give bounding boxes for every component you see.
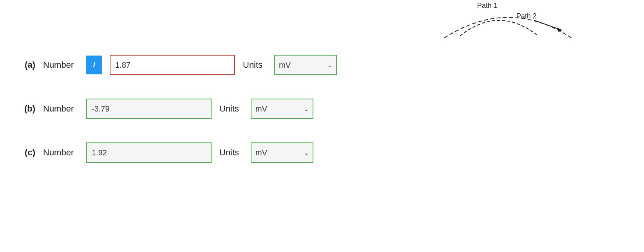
units-wrapper-a: mV V µV kV ⌄ bbox=[274, 55, 337, 75]
row-c-label: (c) bbox=[16, 148, 35, 158]
diagram-area: Path 1 Path 2 bbox=[370, 0, 644, 43]
info-icon-a: i bbox=[93, 61, 95, 69]
units-select-b[interactable]: mV V µV kV bbox=[251, 99, 313, 119]
units-label-c: Units bbox=[219, 148, 243, 158]
row-b-field-label: Number bbox=[43, 104, 78, 114]
path2-label: Path 2 bbox=[516, 12, 537, 20]
form-container: (a) Number i Units mV V µV kV ⌄ (b) Numb… bbox=[16, 55, 337, 163]
row-b-label: (b) bbox=[16, 104, 35, 114]
units-wrapper-b: mV V µV kV ⌄ bbox=[251, 99, 313, 119]
number-input-c[interactable] bbox=[86, 142, 212, 163]
units-label-b: Units bbox=[219, 104, 243, 114]
units-select-c[interactable]: mV V µV kV bbox=[251, 142, 313, 163]
number-input-a[interactable] bbox=[110, 55, 235, 75]
form-row-c: (c) Number Units mV V µV kV ⌄ bbox=[16, 142, 337, 163]
number-input-b[interactable] bbox=[86, 99, 212, 119]
units-wrapper-c: mV V µV kV ⌄ bbox=[251, 142, 313, 163]
units-select-a[interactable]: mV V µV kV bbox=[274, 55, 337, 75]
row-a-label: (a) bbox=[16, 60, 35, 70]
row-a-field-label: Number bbox=[43, 60, 78, 70]
info-button-a[interactable]: i bbox=[86, 56, 102, 74]
form-row-a: (a) Number i Units mV V µV kV ⌄ bbox=[16, 55, 337, 75]
row-c-field-label: Number bbox=[43, 148, 78, 158]
units-label-a: Units bbox=[243, 60, 266, 70]
path1-label: Path 1 bbox=[477, 2, 497, 9]
form-row-b: (b) Number Units mV V µV kV ⌄ bbox=[16, 99, 337, 119]
